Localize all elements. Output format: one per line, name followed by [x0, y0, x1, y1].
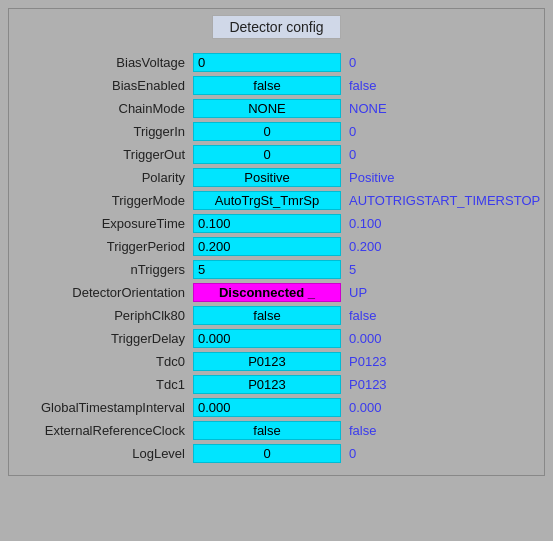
readonly-value: 0.200 — [345, 235, 544, 258]
readonly-value: 0.000 — [345, 327, 544, 350]
table-row: ExposureTime0.100 — [9, 212, 544, 235]
config-input-exposuretime[interactable] — [193, 214, 341, 233]
config-input-detectororientation[interactable] — [193, 283, 341, 302]
field-label: ExposureTime — [9, 212, 189, 235]
table-row: Tdc0P0123 — [9, 350, 544, 373]
input-cell — [189, 97, 345, 120]
table-row: Tdc1P0123 — [9, 373, 544, 396]
config-input-loglevel[interactable] — [193, 444, 341, 463]
input-cell — [189, 327, 345, 350]
detector-config-panel: Detector config BiasVoltage0BiasEnabledf… — [8, 8, 545, 476]
table-row: LogLevel0 — [9, 442, 544, 465]
config-input-triggerperiod[interactable] — [193, 237, 341, 256]
table-row: ChainModeNONE — [9, 97, 544, 120]
field-label: DetectorOrientation — [9, 281, 189, 304]
field-label: PeriphClk80 — [9, 304, 189, 327]
readonly-value: Positive — [345, 166, 544, 189]
readonly-value: P0123 — [345, 350, 544, 373]
readonly-value: 0 — [345, 120, 544, 143]
config-input-tdc1[interactable] — [193, 375, 341, 394]
readonly-value: 5 — [345, 258, 544, 281]
field-label: nTriggers — [9, 258, 189, 281]
input-cell — [189, 258, 345, 281]
config-input-triggermode[interactable] — [193, 191, 341, 210]
readonly-value: 0 — [345, 442, 544, 465]
field-label: TriggerOut — [9, 143, 189, 166]
field-label: LogLevel — [9, 442, 189, 465]
config-input-triggerdelay[interactable] — [193, 329, 341, 348]
input-cell — [189, 189, 345, 212]
config-input-triggerin[interactable] — [193, 122, 341, 141]
readonly-value: 0.100 — [345, 212, 544, 235]
config-input-tdc0[interactable] — [193, 352, 341, 371]
input-cell — [189, 120, 345, 143]
input-cell — [189, 373, 345, 396]
input-cell — [189, 166, 345, 189]
input-cell — [189, 74, 345, 97]
table-row: BiasVoltage0 — [9, 51, 544, 74]
field-label: TriggerIn — [9, 120, 189, 143]
field-label: GlobalTimestampInterval — [9, 396, 189, 419]
config-input-biasenabled[interactable] — [193, 76, 341, 95]
readonly-value: P0123 — [345, 373, 544, 396]
input-cell — [189, 51, 345, 74]
table-row: TriggerDelay0.000 — [9, 327, 544, 350]
config-input-ntriggers[interactable] — [193, 260, 341, 279]
table-row: PolarityPositive — [9, 166, 544, 189]
readonly-value: false — [345, 304, 544, 327]
table-row: TriggerPeriod0.200 — [9, 235, 544, 258]
input-cell — [189, 235, 345, 258]
panel-title: Detector config — [212, 15, 340, 39]
table-row: nTriggers5 — [9, 258, 544, 281]
table-row: TriggerModeAUTOTRIGSTART_TIMERSTOP — [9, 189, 544, 212]
input-cell — [189, 442, 345, 465]
config-input-periphclk80[interactable] — [193, 306, 341, 325]
readonly-value: 0 — [345, 51, 544, 74]
config-input-triggerout[interactable] — [193, 145, 341, 164]
input-cell — [189, 212, 345, 235]
field-label: BiasVoltage — [9, 51, 189, 74]
config-input-chainmode[interactable] — [193, 99, 341, 118]
field-label: TriggerPeriod — [9, 235, 189, 258]
input-cell — [189, 419, 345, 442]
readonly-value: false — [345, 419, 544, 442]
field-label: ChainMode — [9, 97, 189, 120]
field-label: TriggerDelay — [9, 327, 189, 350]
input-cell — [189, 143, 345, 166]
readonly-value: NONE — [345, 97, 544, 120]
field-label: BiasEnabled — [9, 74, 189, 97]
readonly-value: false — [345, 74, 544, 97]
field-label: ExternalReferenceClock — [9, 419, 189, 442]
input-cell — [189, 396, 345, 419]
field-label: Tdc0 — [9, 350, 189, 373]
config-input-externalreferenceclock[interactable] — [193, 421, 341, 440]
table-row: PeriphClk80false — [9, 304, 544, 327]
field-label: Polarity — [9, 166, 189, 189]
table-row: DetectorOrientationUP — [9, 281, 544, 304]
table-row: TriggerIn0 — [9, 120, 544, 143]
config-table: BiasVoltage0BiasEnabledfalseChainModeNON… — [9, 51, 544, 465]
table-row: ExternalReferenceClockfalse — [9, 419, 544, 442]
config-input-polarity[interactable] — [193, 168, 341, 187]
input-cell — [189, 281, 345, 304]
input-cell — [189, 304, 345, 327]
field-label: TriggerMode — [9, 189, 189, 212]
field-label: Tdc1 — [9, 373, 189, 396]
readonly-value: 0.000 — [345, 396, 544, 419]
readonly-value: AUTOTRIGSTART_TIMERSTOP — [345, 189, 544, 212]
readonly-value: 0 — [345, 143, 544, 166]
config-input-biasvoltage[interactable] — [193, 53, 341, 72]
input-cell — [189, 350, 345, 373]
config-input-globaltimestampinterval[interactable] — [193, 398, 341, 417]
table-row: TriggerOut0 — [9, 143, 544, 166]
table-row: GlobalTimestampInterval0.000 — [9, 396, 544, 419]
readonly-value: UP — [345, 281, 544, 304]
table-row: BiasEnabledfalse — [9, 74, 544, 97]
